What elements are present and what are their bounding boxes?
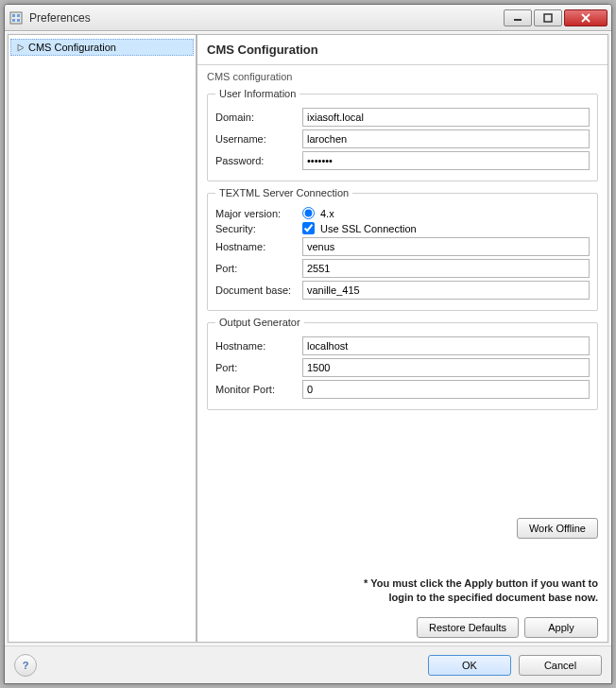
docbase-input[interactable]: [302, 281, 590, 300]
client-area: CMS Configuration CMS Configuration CMS …: [5, 31, 611, 683]
domain-input[interactable]: [302, 108, 590, 127]
dialog-button-bar: ? OK Cancel: [5, 645, 611, 683]
textml-connection-group: TEXTML Server Connection Major version: …: [207, 187, 598, 311]
section-label: CMS configuration: [207, 71, 598, 82]
tree-item-label: CMS Configuration: [28, 42, 116, 53]
cancel-button[interactable]: Cancel: [519, 655, 602, 676]
split: CMS Configuration CMS Configuration CMS …: [5, 31, 611, 645]
domain-label: Domain:: [215, 112, 302, 123]
monitor-port-input[interactable]: [302, 380, 590, 399]
work-offline-button[interactable]: Work Offline: [517, 518, 598, 539]
textml-legend: TEXTML Server Connection: [215, 187, 352, 198]
svg-marker-9: [18, 44, 24, 51]
content-pane: CMS Configuration CMS configuration User…: [197, 34, 608, 643]
textml-hostname-label: Hostname:: [215, 241, 302, 252]
textml-port-input[interactable]: [302, 259, 590, 278]
apply-button[interactable]: Apply: [524, 617, 598, 638]
ssl-label: Use SSL Connection: [320, 223, 417, 234]
svg-rect-3: [12, 19, 15, 22]
preferences-window: Preferences CMS Configuration CMS Config…: [4, 4, 612, 684]
password-label: Password:: [215, 155, 302, 166]
svg-rect-6: [544, 14, 552, 22]
ssl-checkbox[interactable]: [302, 222, 315, 234]
svg-rect-1: [12, 14, 15, 17]
username-label: Username:: [215, 133, 302, 145]
close-button[interactable]: [564, 9, 607, 26]
security-label: Security:: [215, 223, 302, 234]
restore-defaults-button[interactable]: Restore Defaults: [417, 617, 519, 638]
expand-icon[interactable]: [15, 42, 26, 53]
ok-button[interactable]: OK: [428, 655, 511, 676]
apply-note: * You must click the Apply button if you…: [207, 576, 598, 604]
window-buttons: [502, 9, 607, 26]
window-icon: [9, 10, 24, 26]
help-button[interactable]: ?: [14, 654, 37, 677]
svg-rect-0: [10, 12, 22, 24]
form-body: CMS configuration User Information Domai…: [197, 65, 607, 642]
page-title: CMS Configuration: [207, 43, 598, 57]
output-generator-group: Output Generator Hostname: Port: Monitor…: [207, 317, 598, 410]
password-input[interactable]: [302, 151, 590, 170]
major-version-label: Major version:: [215, 208, 302, 219]
tree-item-cms-configuration[interactable]: CMS Configuration: [10, 39, 194, 56]
major-version-4x-label: 4.x: [320, 208, 334, 219]
output-port-label: Port:: [215, 362, 302, 373]
output-port-input[interactable]: [302, 358, 590, 377]
window-title: Preferences: [29, 11, 502, 25]
user-information-group: User Information Domain: Username: Passw…: [207, 88, 598, 181]
textml-port-label: Port:: [215, 263, 302, 274]
minimize-button[interactable]: [504, 9, 532, 26]
major-version-4x-radio[interactable]: [302, 207, 315, 219]
docbase-label: Document base:: [215, 284, 302, 296]
user-information-legend: User Information: [215, 88, 299, 99]
output-hostname-label: Hostname:: [215, 340, 302, 352]
svg-rect-2: [17, 14, 20, 17]
svg-rect-4: [17, 19, 20, 22]
textml-hostname-input[interactable]: [302, 237, 590, 256]
monitor-port-label: Monitor Port:: [215, 384, 302, 395]
category-tree[interactable]: CMS Configuration: [8, 34, 197, 643]
username-input[interactable]: [302, 129, 590, 148]
maximize-button[interactable]: [534, 9, 562, 26]
output-hostname-input[interactable]: [302, 336, 590, 355]
titlebar[interactable]: Preferences: [5, 5, 611, 31]
output-legend: Output Generator: [215, 317, 304, 328]
